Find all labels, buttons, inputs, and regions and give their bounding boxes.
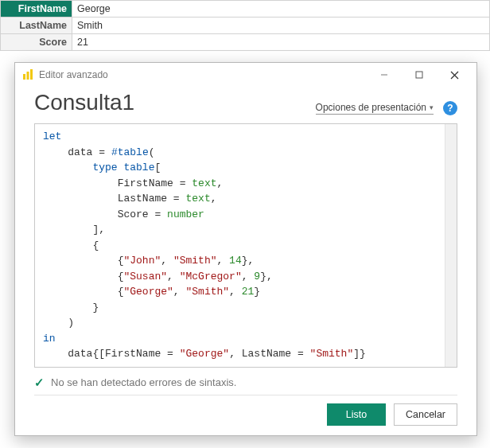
done-button[interactable]: Listo bbox=[327, 403, 386, 426]
record-key: Score bbox=[1, 34, 72, 51]
svg-rect-4 bbox=[416, 72, 422, 78]
status-text: No se han detectado errores de sintaxis. bbox=[51, 376, 236, 388]
record-val: Smith bbox=[72, 18, 490, 34]
cancel-button[interactable]: Cancelar bbox=[394, 403, 457, 426]
record-val: 21 bbox=[72, 34, 490, 51]
maximize-button[interactable] bbox=[402, 63, 437, 87]
table-row: LastName Smith bbox=[1, 18, 490, 34]
table-row: Score 21 bbox=[1, 34, 490, 51]
help-icon[interactable]: ? bbox=[443, 101, 457, 115]
dialog-title: Editor avanzado bbox=[39, 69, 108, 80]
dialog-titlebar: Editor avanzado bbox=[15, 63, 476, 87]
powerbi-icon bbox=[21, 68, 34, 81]
record-key: LastName bbox=[1, 18, 72, 34]
advanced-editor-dialog: Editor avanzado Consulta1 Opciones de pr… bbox=[14, 62, 477, 436]
syntax-status: ✓ No se han detectado errores de sintaxi… bbox=[34, 376, 457, 390]
minimize-button[interactable] bbox=[367, 63, 402, 87]
presentation-label: Opciones de presentación bbox=[316, 102, 426, 113]
divider bbox=[34, 395, 457, 395]
code-editor[interactable]: let data = #table( type table[ FirstName… bbox=[34, 123, 457, 368]
close-button[interactable] bbox=[437, 63, 472, 87]
record-val: George bbox=[72, 1, 490, 18]
svg-rect-0 bbox=[23, 74, 25, 80]
table-row: FirstName George bbox=[1, 1, 490, 18]
svg-rect-2 bbox=[30, 69, 33, 80]
chevron-down-icon: ▾ bbox=[430, 103, 434, 111]
svg-rect-1 bbox=[27, 72, 29, 80]
check-icon: ✓ bbox=[34, 376, 45, 390]
presentation-options-dropdown[interactable]: Opciones de presentación ▾ bbox=[316, 102, 434, 115]
record-key: FirstName bbox=[1, 1, 72, 18]
record-grid: FirstName George LastName Smith Score 21 bbox=[0, 0, 490, 51]
query-name: Consulta1 bbox=[34, 90, 134, 115]
